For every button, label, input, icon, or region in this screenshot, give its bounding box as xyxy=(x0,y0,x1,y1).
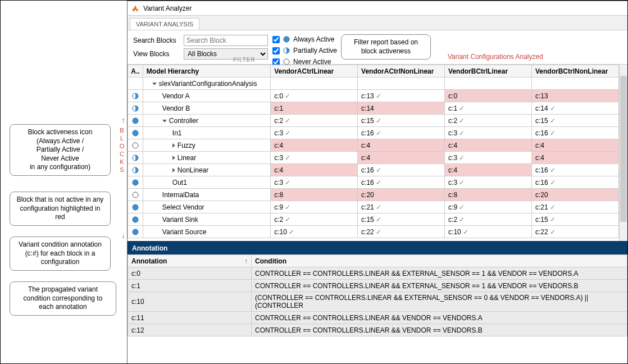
annotation-row[interactable]: c:12CONTROLLER == CONTROLLERS.LINEAR && … xyxy=(128,324,627,336)
table-row[interactable]: InternalDatac:8c:20c:8c:20 xyxy=(128,189,619,201)
hierarchy-name[interactable]: Controller xyxy=(143,115,270,127)
vertical-scrollbar[interactable] xyxy=(619,65,628,242)
window-title: Variant Analyzer xyxy=(143,4,192,12)
activeness-icon xyxy=(128,201,143,213)
annotation-condition: CONTROLLER == CONTROLLERS.LINEAR && EXTE… xyxy=(252,267,627,280)
table-row[interactable]: slexVariantConfigurationAnalysis xyxy=(128,78,619,90)
annotation-condition: (CONTROLLER == CONTROLLERS.LINEAR && EXT… xyxy=(252,292,627,312)
cell-value: c:20 xyxy=(358,189,445,201)
table-row[interactable]: Vendor Ac:0c:13c:0c:13 xyxy=(128,90,619,102)
callout-inactive-red: Block that is not active in any configur… xyxy=(10,192,111,226)
activeness-icon xyxy=(128,176,143,189)
partially-active-label: Partially Active xyxy=(293,47,337,54)
svg-point-6 xyxy=(133,130,138,136)
cell-value: c:16 xyxy=(532,127,619,139)
hierarchy-name[interactable]: Fuzzy xyxy=(143,139,270,152)
cell-value: c:14 xyxy=(532,102,619,115)
table-row[interactable]: Controllerc:2c:15c:2c:15 xyxy=(128,115,619,127)
hierarchy-name[interactable]: Variant Sink xyxy=(143,213,270,226)
cell-value: c:2 xyxy=(271,115,358,127)
col-config-2[interactable]: VendorACtrlNonLinear xyxy=(358,65,445,78)
cell-value: c:2 xyxy=(445,213,532,226)
hierarchy-name[interactable]: slexVariantConfigurationAnalysis xyxy=(143,78,270,90)
cell-value: c:15 xyxy=(358,213,445,226)
col-condition[interactable]: Condition xyxy=(252,255,627,267)
cell-value: c:3 xyxy=(445,176,532,189)
hierarchy-name[interactable]: Variant Source xyxy=(143,226,270,238)
activeness-icon xyxy=(128,102,143,115)
annotation-row[interactable]: c:10(CONTROLLER == CONTROLLERS.LINEAR &&… xyxy=(128,292,627,312)
cell-value: c:4 xyxy=(358,139,445,152)
scrollbar-thumb[interactable] xyxy=(620,76,627,222)
col-config-1[interactable]: VendorACtrlLinear xyxy=(271,65,358,78)
col-config-4[interactable]: VendorBCtrlNonLinear xyxy=(532,65,619,78)
table-row[interactable]: Vendor Bc:1c:14c:1c:14 xyxy=(128,102,619,115)
hierarchy-name[interactable]: Out1 xyxy=(143,176,270,189)
col-activeness[interactable]: A.. xyxy=(128,65,143,78)
activeness-icon xyxy=(128,139,143,152)
cell-value: c:22 xyxy=(358,226,445,238)
svg-point-11 xyxy=(133,192,138,198)
hierarchy-name[interactable]: Vendor B xyxy=(143,102,270,115)
activeness-icon xyxy=(128,78,143,90)
annotation-id: c:10 xyxy=(128,292,252,312)
activeness-icon xyxy=(128,189,143,201)
annotation-section-header: Annotation xyxy=(128,242,628,254)
table-row[interactable]: Select Vendorc:9c:21c:9c:21 xyxy=(128,201,619,213)
table-row[interactable]: Variant Sinkc:2c:15c:2c:15 xyxy=(128,213,619,226)
partially-active-checkbox[interactable] xyxy=(272,47,280,54)
hierarchy-name[interactable]: NonLinear xyxy=(143,164,270,176)
annotation-id: c:11 xyxy=(128,312,252,324)
always-active-label: Always Active xyxy=(293,35,334,43)
annotation-row[interactable]: c:0CONTROLLER == CONTROLLERS.LINEAR && E… xyxy=(128,267,627,280)
activeness-icon xyxy=(128,164,143,176)
table-row[interactable]: In1c:3c:16c:3c:16 xyxy=(128,127,619,139)
hierarchy-name[interactable]: In1 xyxy=(143,127,270,139)
tab-variant-analysis[interactable]: VARIANT ANALYSIS xyxy=(130,18,199,30)
hierarchy-name[interactable]: Select Vendor xyxy=(143,201,270,213)
annotation-id: c:0 xyxy=(128,267,252,280)
cell-value: c:0 xyxy=(271,90,358,102)
hierarchy-name[interactable]: Linear xyxy=(143,152,270,164)
annotation-id: c:12 xyxy=(128,324,252,336)
cell-value: c:15 xyxy=(532,115,619,127)
annotation-condition: CONTROLLER == CONTROLLERS.LINEAR && VEND… xyxy=(252,324,627,336)
svg-point-7 xyxy=(133,143,138,148)
cell-value: c:4 xyxy=(532,139,619,152)
cell-value: c:9 xyxy=(271,201,358,213)
cell-value: c:3 xyxy=(271,127,358,139)
hierarchy-name[interactable]: Vendor A xyxy=(143,90,270,102)
cell-value: c:16 xyxy=(358,164,445,176)
svg-point-10 xyxy=(133,180,138,185)
table-row[interactable]: Linearc:3c:4c:3c:4 xyxy=(128,152,619,164)
search-input[interactable] xyxy=(184,35,268,46)
cell-value: c:2 xyxy=(445,115,532,127)
activeness-icon xyxy=(128,226,143,238)
annotation-row[interactable]: c:11CONTROLLER == CONTROLLERS.LINEAR && … xyxy=(128,312,627,324)
cell-value: c:4 xyxy=(358,152,445,164)
annotation-row[interactable]: c:1CONTROLLER == CONTROLLERS.LINEAR && E… xyxy=(128,280,627,292)
hierarchy-table: A.. Model Hierarchy VendorACtrlLinear Ve… xyxy=(128,65,619,238)
activeness-icon xyxy=(128,213,143,226)
col-hierarchy[interactable]: Model Hierarchy xyxy=(143,65,270,78)
table-row[interactable]: NonLinearc:4c:16c:4c:16 xyxy=(128,164,619,176)
table-row[interactable]: Fuzzyc:4c:4c:4c:4 xyxy=(128,139,619,152)
callout-activeness-icon: Block activeness icon(Always Active /Par… xyxy=(10,124,111,176)
annotation-id: c:1 xyxy=(128,280,252,292)
cell-value: c:13 xyxy=(532,90,619,102)
table-row[interactable]: Variant Sourcec:10c:22c:10c:22 xyxy=(128,226,619,238)
always-active-checkbox[interactable] xyxy=(272,36,280,43)
sort-arrow-icon[interactable]: ↑ xyxy=(244,257,248,265)
cell-value: c:21 xyxy=(532,201,619,213)
svg-point-2 xyxy=(284,59,289,65)
col-config-3[interactable]: VendorBCtrlLinear xyxy=(445,65,532,78)
col-annotation[interactable]: Annotation↑ xyxy=(128,255,252,267)
cell-value: c:9 xyxy=(445,201,532,213)
cell-value xyxy=(271,78,358,90)
callout-propagated-condition: The propagated variant condition corresp… xyxy=(10,281,116,316)
hierarchy-name[interactable]: InternalData xyxy=(143,189,270,201)
cell-value: c:13 xyxy=(358,90,445,102)
table-row[interactable]: Out1c:3c:16c:3c:16 xyxy=(128,176,619,189)
cell-value: c:4 xyxy=(445,139,532,152)
cell-value: c:3 xyxy=(271,176,358,189)
